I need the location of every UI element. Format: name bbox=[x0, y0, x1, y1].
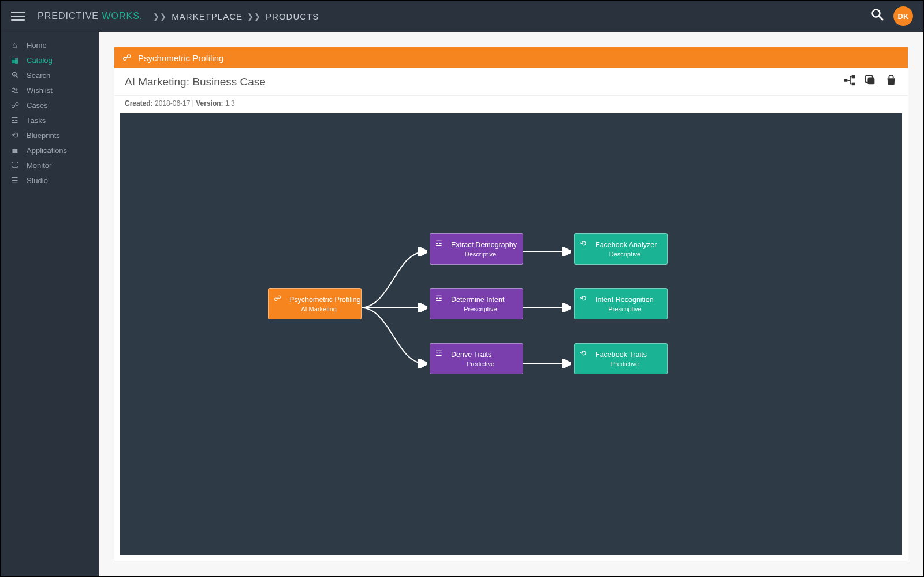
diagram-edges bbox=[120, 113, 902, 555]
svg-line-1 bbox=[879, 16, 882, 20]
sidebar-item-tasks[interactable]: ☲ Tasks bbox=[1, 113, 99, 128]
tasks-icon: ☲ bbox=[10, 116, 20, 125]
bag-icon: 🛍︎ bbox=[10, 85, 20, 95]
node-subtitle: Descriptive bbox=[583, 251, 667, 258]
avatar[interactable]: DK bbox=[893, 6, 913, 26]
sidebar-item-label: Studio bbox=[27, 176, 48, 185]
sidebar-item-applications[interactable]: ≣ Applications bbox=[1, 143, 99, 158]
sidebar-item-cases[interactable]: ☍ Cases bbox=[1, 98, 99, 113]
node-subtitle: Descriptive bbox=[438, 251, 523, 258]
diagram-node-facebook-analyzer[interactable]: ⟲ Facebook Analyzer Descriptive bbox=[574, 233, 668, 265]
diagram-node-derive-traits[interactable]: ☲ Derive Traits Predictive bbox=[430, 343, 523, 374]
card-banner: ☍ Psychometric Profiling bbox=[114, 47, 908, 68]
content-card: ☍ Psychometric Profiling AI Marketing: B… bbox=[114, 47, 908, 561]
breadcrumb: ❯❯ MARKETPLACE ❯❯ PRODUCTS bbox=[148, 12, 319, 21]
tasks-icon: ☲ bbox=[435, 239, 442, 248]
page-title: AI Marketing: Business Case bbox=[125, 76, 266, 88]
sidebar-item-monitor[interactable]: 🖵 Monitor bbox=[1, 158, 99, 173]
sidebar-item-studio[interactable]: ☰ Studio bbox=[1, 173, 99, 188]
node-title: Extract Demography bbox=[451, 241, 523, 250]
diagram-canvas[interactable]: ☍ Psychometric Profiling AI Marketing ☲ … bbox=[120, 113, 902, 555]
svg-rect-3 bbox=[852, 75, 855, 79]
node-subtitle: Predictive bbox=[583, 360, 667, 367]
sidebar-item-blueprints[interactable]: ⟲ Blueprints bbox=[1, 128, 99, 143]
layers-icon: ≣ bbox=[10, 146, 20, 155]
brand: PREDICTIVE WORKS. bbox=[38, 11, 143, 21]
search-icon[interactable] bbox=[870, 8, 884, 25]
sitemap-icon: ☍ bbox=[122, 53, 131, 63]
created-label: Created: bbox=[125, 99, 153, 107]
diagram-node-determine-intent[interactable]: ☲ Determine Intent Prescriptive bbox=[430, 288, 523, 319]
sidebar-item-label: Applications bbox=[27, 146, 67, 155]
lines-icon: ☰ bbox=[10, 176, 20, 185]
node-title: Facebook Traits bbox=[595, 351, 667, 359]
sidebar-item-label: Home bbox=[27, 41, 47, 50]
home-icon: ⌂ bbox=[10, 40, 20, 50]
sitemap-icon: ☍ bbox=[10, 100, 20, 110]
tasks-icon: ☲ bbox=[435, 349, 442, 358]
chevron-right-icon: ❯❯ bbox=[247, 12, 261, 21]
bag-button[interactable] bbox=[885, 74, 897, 90]
node-subtitle: Prescriptive bbox=[583, 306, 667, 312]
node-title: Facebook Analyzer bbox=[595, 241, 667, 250]
topbar: PREDICTIVE WORKS. ❯❯ MARKETPLACE ❯❯ PROD… bbox=[1, 1, 923, 32]
copy-button[interactable] bbox=[864, 74, 877, 90]
node-title: Intent Recognition bbox=[595, 296, 667, 304]
node-subtitle: Predictive bbox=[438, 360, 523, 367]
chevron-right-icon: ❯❯ bbox=[153, 12, 167, 21]
sidebar-item-catalog[interactable]: ▦ Catalog bbox=[1, 53, 99, 68]
avatar-initials: DK bbox=[898, 12, 909, 21]
sidebar-item-label: Wishlist bbox=[27, 86, 53, 95]
node-subtitle: Prescriptive bbox=[438, 306, 523, 312]
meta-row: Created: 2018-06-17 | Version: 1.3 bbox=[114, 96, 908, 113]
tasks-icon: ☲ bbox=[435, 294, 442, 303]
breadcrumb-item-products[interactable]: PRODUCTS bbox=[266, 12, 319, 21]
monitor-icon: 🖵 bbox=[10, 161, 20, 170]
diagram-node-facebook-traits[interactable]: ⟲ Facebook Traits Predictive bbox=[574, 343, 668, 374]
diagram-node-intent-recognition[interactable]: ⟲ Intent Recognition Prescriptive bbox=[574, 288, 668, 319]
sidebar-item-search[interactable]: 🔍︎ Search bbox=[1, 68, 99, 83]
brand-part2: WORKS. bbox=[102, 11, 143, 21]
banner-title: Psychometric Profiling bbox=[138, 53, 223, 63]
sidebar-item-label: Tasks bbox=[27, 116, 46, 125]
grid-icon: ▦ bbox=[10, 55, 20, 65]
share-icon: ⟲ bbox=[10, 131, 20, 140]
node-title: Derive Traits bbox=[451, 351, 523, 359]
menu-toggle-button[interactable] bbox=[11, 9, 25, 23]
svg-rect-2 bbox=[844, 79, 848, 82]
node-title: Determine Intent bbox=[451, 296, 523, 304]
node-subtitle: AI Marketing bbox=[277, 306, 361, 312]
node-title: Psychometric Profiling bbox=[289, 296, 361, 304]
main-area: ☍ Psychometric Profiling AI Marketing: B… bbox=[99, 32, 923, 576]
brand-part1: PREDICTIVE bbox=[38, 11, 102, 21]
sidebar-item-label: Cases bbox=[27, 101, 48, 110]
sidebar-item-wishlist[interactable]: 🛍︎ Wishlist bbox=[1, 83, 99, 98]
tree-view-button[interactable] bbox=[843, 74, 856, 90]
diagram-node-root[interactable]: ☍ Psychometric Profiling AI Marketing bbox=[268, 288, 362, 319]
sitemap-icon: ☍ bbox=[274, 294, 281, 303]
share-icon: ⟲ bbox=[580, 294, 586, 303]
share-icon: ⟲ bbox=[580, 239, 586, 248]
share-icon: ⟲ bbox=[580, 349, 586, 358]
sidebar-item-home[interactable]: ⌂ Home bbox=[1, 38, 99, 53]
svg-rect-5 bbox=[867, 77, 874, 84]
card-title-row: AI Marketing: Business Case bbox=[114, 68, 908, 96]
svg-rect-4 bbox=[852, 83, 855, 86]
created-value: 2018-06-17 bbox=[155, 99, 190, 107]
breadcrumb-item-marketplace[interactable]: MARKETPLACE bbox=[172, 12, 243, 21]
sidebar-item-label: Monitor bbox=[27, 161, 51, 170]
sidebar-item-label: Blueprints bbox=[27, 131, 60, 140]
sidebar-item-label: Catalog bbox=[27, 56, 53, 65]
version-value: 1.3 bbox=[225, 99, 235, 107]
diagram-node-extract-demography[interactable]: ☲ Extract Demography Descriptive bbox=[430, 233, 523, 265]
search-icon: 🔍︎ bbox=[10, 70, 20, 80]
sidebar-item-label: Search bbox=[27, 71, 50, 80]
sidebar: ⌂ Home ▦ Catalog 🔍︎ Search 🛍︎ Wishlist ☍… bbox=[1, 32, 99, 576]
version-label: Version: bbox=[196, 99, 223, 107]
